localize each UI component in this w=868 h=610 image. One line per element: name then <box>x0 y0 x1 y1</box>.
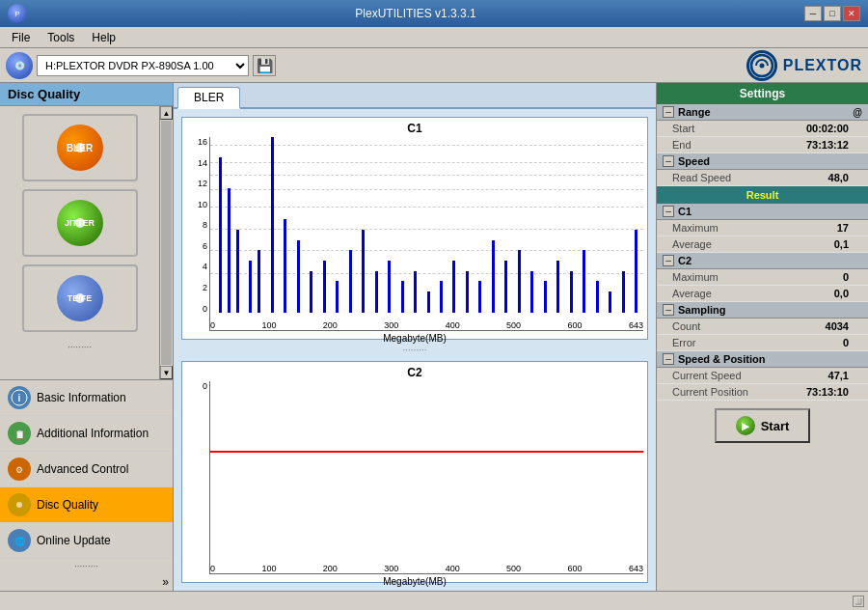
tab-bar: BLER <box>174 83 656 109</box>
sampling-collapse-button[interactable]: ─ <box>663 304 674 316</box>
bler-disc-icon: BLER <box>57 125 103 171</box>
scroll-thumb[interactable] <box>161 121 172 365</box>
c1-bar <box>401 281 404 312</box>
menu-tools[interactable]: Tools <box>40 29 82 46</box>
nav-more-indicator: ········· <box>0 559 173 573</box>
range-settings-icon: @ <box>853 107 862 118</box>
menu-bar: File Tools Help <box>0 27 868 48</box>
save-button[interactable]: 💾 <box>253 55 276 76</box>
plextor-circle-icon <box>746 50 777 81</box>
tab-bler[interactable]: BLER <box>177 87 240 109</box>
c2-collapse-button[interactable]: ─ <box>663 255 674 266</box>
svg-text:🌐: 🌐 <box>14 536 26 547</box>
c1-chart-body: 0 100 200 300 400 500 600 643 <box>209 137 643 331</box>
c1-x-labels: 0 100 200 300 400 500 600 643 <box>210 313 643 330</box>
window-controls: ─ □ ✕ <box>804 6 860 21</box>
c2-chart-body: 0 100 200 300 400 500 600 643 <box>209 381 643 575</box>
disc-quality-header: Disc Quality <box>0 83 173 106</box>
result-header: Result <box>657 186 868 204</box>
c1-bar <box>310 271 312 313</box>
svg-text:⚙: ⚙ <box>15 465 23 475</box>
minimize-button[interactable]: ─ <box>804 6 822 21</box>
jitter-disc-icon: JITTER <box>57 200 103 246</box>
bler-button[interactable]: BLER <box>22 114 138 181</box>
menu-file[interactable]: File <box>4 29 38 46</box>
c1-bar <box>492 240 495 313</box>
sidebar-nav: i Basic Information 📋 Additional Informa… <box>0 379 173 559</box>
scroll-up-button[interactable]: ▲ <box>160 106 173 120</box>
c1-x-title: Megabyte(MB) <box>186 333 643 344</box>
c1-bar <box>609 291 611 312</box>
c1-bar <box>271 137 274 313</box>
menu-help[interactable]: Help <box>84 29 123 46</box>
expand-nav-button[interactable]: » <box>0 573 173 591</box>
c1-bar <box>297 240 300 313</box>
title-bar: P PlexUTILITIES v1.3.3.1 ─ □ ✕ <box>0 0 868 27</box>
c1-collapse-button[interactable]: ─ <box>663 206 674 217</box>
content-area: BLER C1 16 14 12 10 8 6 4 2 0 <box>174 83 656 591</box>
current-speed-row: Current Speed 47,1 <box>657 368 868 384</box>
close-button[interactable]: ✕ <box>843 6 860 21</box>
app-icon: P <box>8 4 27 23</box>
toolbar: 💿 H:PLEXTOR DVDR PX-890SA 1.00 💾 PLEXTOR <box>0 48 868 83</box>
drive-selector[interactable]: H:PLEXTOR DVDR PX-890SA 1.00 <box>37 55 249 76</box>
plextor-logo: PLEXTOR <box>746 50 862 81</box>
c1-avg-row: Average 0,1 <box>657 236 868 253</box>
c1-bar <box>427 291 430 312</box>
tefe-button[interactable]: TE/FE <box>22 264 138 332</box>
read-speed-row: Read Speed 48,0 <box>657 170 868 186</box>
c1-bar <box>219 157 222 312</box>
range-collapse-button[interactable]: ─ <box>663 106 674 118</box>
c1-bar <box>622 271 625 313</box>
c1-max-row: Maximum 17 <box>657 220 868 236</box>
jitter-button[interactable]: JITTER <box>22 189 138 257</box>
c1-bar <box>349 250 352 312</box>
c2-y-axis: 0 <box>186 381 209 575</box>
drive-icon: 💿 <box>6 52 33 79</box>
c1-bar <box>336 281 339 312</box>
c1-bar <box>466 271 469 313</box>
c1-bar <box>570 271 573 313</box>
c1-bar <box>258 250 260 312</box>
speed-position-collapse-button[interactable]: ─ <box>663 353 674 365</box>
c1-y-axis: 16 14 12 10 8 6 4 2 0 <box>186 137 209 331</box>
nav-disc-quality[interactable]: Disc Quality <box>0 487 173 523</box>
c2-max-row: Maximum 0 <box>657 269 868 286</box>
c1-bar <box>452 261 455 312</box>
advanced-control-icon: ⚙ <box>8 458 31 481</box>
start-button[interactable]: ▶ Start <box>715 408 811 443</box>
plextor-text: PLEXTOR <box>783 57 862 74</box>
scroll-down-button[interactable]: ▼ <box>160 366 173 379</box>
sidebar-scrollbar[interactable]: ▲ ▼ <box>159 106 173 379</box>
svg-text:i: i <box>18 393 21 403</box>
c1-bar <box>635 230 637 312</box>
nav-additional-info[interactable]: 📋 Additional Information <box>0 416 173 452</box>
speed-section-header: ─ Speed <box>657 153 868 170</box>
range-start-row: Start 00:02:00 <box>657 121 868 137</box>
maximize-button[interactable]: □ <box>824 6 841 21</box>
c1-bar <box>375 271 378 313</box>
status-resize-grip <box>853 596 864 607</box>
c1-bar <box>388 261 391 312</box>
c1-chart: C1 16 14 12 10 8 6 4 2 0 <box>181 117 648 340</box>
c2-chart: C2 0 0 100 200 300 400 <box>181 361 648 584</box>
c2-chart-inner: 0 0 100 200 300 400 500 60 <box>186 381 643 575</box>
c1-chart-inner: 16 14 12 10 8 6 4 2 0 <box>186 137 643 331</box>
nav-basic-info[interactable]: i Basic Information <box>0 380 173 416</box>
sampling-count-row: Count 4034 <box>657 319 868 335</box>
nav-online-update[interactable]: 🌐 Online Update <box>0 523 173 559</box>
sampling-error-row: Error 0 <box>657 335 868 351</box>
start-button-area: ▶ Start <box>657 408 868 443</box>
speed-collapse-button[interactable]: ─ <box>663 155 674 167</box>
c1-bar <box>583 250 585 312</box>
c2-result-section-header: ─ C2 <box>657 253 868 269</box>
nav-advanced-control[interactable]: ⚙ Advanced Control <box>0 452 173 487</box>
sidebar: Disc Quality BLER JITTER <box>0 83 174 591</box>
c1-result-section-header: ─ C1 <box>657 204 868 220</box>
c1-bar <box>284 219 286 312</box>
disc-quality-icon <box>8 493 31 516</box>
c1-bar <box>249 261 252 312</box>
c2-x-labels: 0 100 200 300 400 500 600 643 <box>210 556 643 573</box>
right-panel: Settings ─ Range @ Start 00:02:00 End 73… <box>656 83 868 591</box>
c1-bar <box>478 281 481 312</box>
